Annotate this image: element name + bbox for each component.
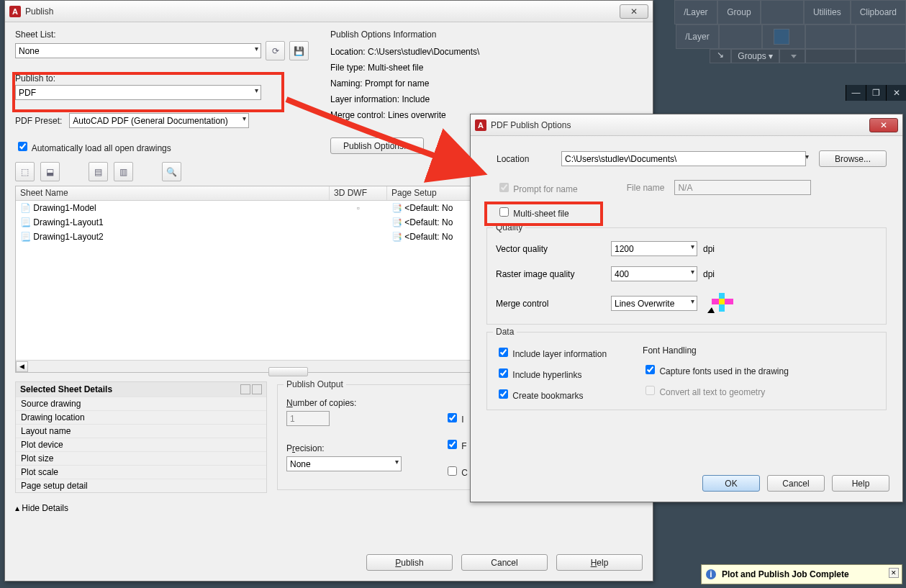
col-sheet-name[interactable]: Sheet Name bbox=[16, 186, 330, 200]
ribbon-arrow-icon[interactable]: ↘ bbox=[710, 49, 731, 63]
ok-button[interactable]: OK bbox=[702, 475, 760, 492]
close-icon[interactable]: ✕ bbox=[886, 85, 906, 101]
pdf-publish-options-dialog: A PDF Publish Options ✕ Location C:\User… bbox=[470, 114, 903, 502]
include-layer-checkbox[interactable]: Include layer information bbox=[496, 349, 607, 359]
ribbon-sub: /Layer bbox=[676, 24, 906, 49]
scroll-thumb[interactable] bbox=[268, 367, 308, 376]
merge-control-label: Merge control bbox=[496, 299, 611, 309]
help-button[interactable]: Help bbox=[832, 475, 889, 492]
dpi-label: dpi bbox=[703, 269, 715, 279]
multisheet-checkbox[interactable]: Multi-sheet file bbox=[497, 209, 569, 219]
help-button[interactable]: Help bbox=[556, 554, 643, 571]
ribbon-spacer bbox=[805, 49, 856, 63]
quality-legend: Quality bbox=[493, 222, 525, 232]
child-window-chrome: — ❐ ✕ bbox=[846, 85, 906, 101]
move-up-icon[interactable]: ▤ bbox=[89, 162, 108, 181]
ribbon-dropdown[interactable] bbox=[779, 49, 805, 63]
info-line: Naming: Prompt for name bbox=[330, 76, 643, 91]
cancel-button[interactable]: Cancel bbox=[461, 554, 548, 571]
close-button[interactable]: ✕ bbox=[620, 4, 648, 19]
info-icon: i bbox=[706, 569, 716, 579]
save-list-icon[interactable]: 💾 bbox=[289, 41, 309, 60]
sheet-list-label: Sheet List: bbox=[15, 30, 317, 40]
ribbon-item[interactable]: Clipboard bbox=[851, 0, 906, 24]
dropdown-icon: 📑 bbox=[391, 217, 402, 227]
location-label: Location bbox=[497, 154, 554, 164]
chevron-down-icon bbox=[791, 55, 797, 58]
model-icon: 📄 bbox=[20, 203, 31, 213]
publish-background-checkbox[interactable]: F bbox=[445, 441, 467, 451]
app-logo-icon: A bbox=[9, 6, 21, 17]
dropdown-icon: 📑 bbox=[391, 203, 402, 213]
sheet-list-combo[interactable]: None bbox=[15, 43, 261, 58]
cancel-button[interactable]: Cancel bbox=[767, 475, 825, 492]
app-logo-icon: A bbox=[475, 119, 486, 131]
scroll-left-icon[interactable]: ◀ bbox=[16, 361, 28, 372]
precision-combo[interactable]: None bbox=[286, 456, 402, 471]
plot-complete-notification[interactable]: i Plot and Publish Job Complete ✕ bbox=[701, 564, 902, 584]
vector-quality-label: Vector quality bbox=[496, 244, 611, 254]
create-bookmarks-checkbox[interactable]: Create bookmarks bbox=[496, 391, 583, 401]
vector-quality-combo[interactable]: 1200 bbox=[611, 241, 697, 256]
convert-text-checkbox: Convert all text to geometry bbox=[643, 387, 765, 397]
ribbon-item[interactable] bbox=[761, 0, 804, 24]
dpi-label: dpi bbox=[703, 244, 715, 254]
include-hyperlinks-checkbox[interactable]: Include hyperlinks bbox=[496, 370, 581, 380]
location-combo[interactable]: C:\Users\studlev\Documents\ bbox=[561, 151, 806, 166]
info-line: Location: C:\Users\studlev\Documents\ bbox=[330, 44, 643, 60]
close-button[interactable]: ✕ bbox=[869, 118, 898, 132]
ribbon-item[interactable] bbox=[856, 24, 906, 49]
browse-button[interactable]: Browse... bbox=[819, 150, 887, 167]
ribbon-footer: ↘ Groups ▾ bbox=[710, 49, 906, 63]
publish-options-button[interactable]: Publish Options... bbox=[330, 137, 424, 154]
detail-row: Plot device bbox=[16, 438, 266, 451]
merge-control-combo[interactable]: Lines Overwrite bbox=[611, 296, 697, 311]
data-legend: Data bbox=[493, 327, 517, 337]
dropdown-icon: 📑 bbox=[391, 232, 402, 242]
ribbon-top: /Layer Group Utilities Clipboard bbox=[674, 0, 906, 24]
svg-rect-2 bbox=[719, 299, 725, 304]
publish-to-combo[interactable]: PDF bbox=[15, 85, 261, 100]
publish-button[interactable]: Publish bbox=[366, 554, 453, 571]
load-list-icon[interactable]: ⟳ bbox=[266, 41, 285, 60]
info-line: File type: Multi-sheet file bbox=[330, 60, 643, 76]
capture-fonts-checkbox[interactable]: Capture fonts used in the drawing bbox=[643, 366, 789, 376]
ribbon-item[interactable]: Utilities bbox=[804, 0, 851, 24]
ribbon-item[interactable]: /Layer bbox=[676, 24, 719, 49]
pdf-preset-combo[interactable]: AutoCAD PDF (General Documentation) bbox=[69, 113, 249, 128]
col-3d-dwf[interactable]: 3D DWF bbox=[330, 186, 387, 200]
notification-text: Plot and Publish Job Complete bbox=[722, 569, 849, 579]
ribbon-item[interactable] bbox=[805, 24, 856, 49]
ribbon-item[interactable] bbox=[719, 24, 762, 49]
details-toggle-icon[interactable] bbox=[240, 384, 250, 394]
auto-load-checkbox[interactable]: Automatically load all open drawings bbox=[15, 143, 171, 153]
move-down-icon[interactable]: ▥ bbox=[114, 162, 133, 181]
minimize-icon[interactable]: — bbox=[846, 85, 866, 101]
prompt-for-name-checkbox: Prompt for name bbox=[497, 181, 578, 194]
block-icon bbox=[774, 29, 789, 45]
remove-sheets-icon[interactable]: ⬓ bbox=[40, 162, 60, 181]
ribbon-item[interactable]: /Layer bbox=[674, 0, 717, 24]
layout-icon: 📃 bbox=[20, 217, 31, 227]
open-viewer-checkbox[interactable]: C bbox=[445, 468, 468, 478]
detail-row: Source drawing bbox=[16, 397, 266, 410]
ribbon-item[interactable]: Group bbox=[717, 0, 761, 24]
raster-quality-combo[interactable]: 400 bbox=[611, 266, 697, 281]
restore-icon[interactable]: ❐ bbox=[866, 85, 886, 101]
include-plot-stamp-checkbox[interactable]: I bbox=[445, 415, 464, 425]
ribbon-spacer bbox=[856, 49, 906, 63]
preview-icon[interactable]: 🔍 bbox=[162, 162, 181, 181]
publish-to-label: Publish to: bbox=[15, 73, 317, 83]
ribbon-item[interactable] bbox=[762, 24, 805, 49]
details-header: Selected Sheet Details bbox=[16, 382, 266, 397]
font-handling-label: Font Handling bbox=[643, 345, 789, 356]
options-info-title: Publish Options Information bbox=[330, 30, 643, 40]
groups-combo[interactable]: Groups ▾ bbox=[731, 49, 779, 63]
add-sheets-icon[interactable]: ⬚ bbox=[15, 162, 35, 181]
details-toggle-icon[interactable] bbox=[252, 384, 262, 394]
num-copies-input bbox=[286, 411, 330, 426]
notification-close-icon[interactable]: ✕ bbox=[889, 568, 899, 578]
hide-details-toggle[interactable]: ▴ Hide Details bbox=[15, 503, 68, 513]
filename-input bbox=[674, 180, 811, 195]
precision-label: Precision: bbox=[286, 443, 430, 453]
